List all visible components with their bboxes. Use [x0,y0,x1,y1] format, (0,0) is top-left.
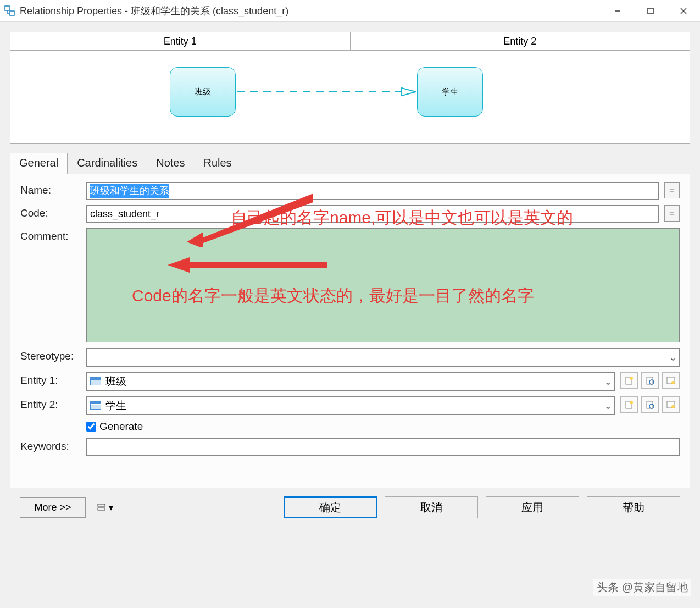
code-input[interactable] [86,205,659,223]
svg-point-15 [671,381,675,384]
entity1-properties-button[interactable] [662,372,680,389]
table-icon [90,377,102,386]
entity2-header[interactable]: Entity 2 [351,32,690,50]
stereotype-combo[interactable]: ⌄ [86,348,680,367]
entity2-label: Entity 2: [20,396,86,411]
svg-point-17 [630,401,633,404]
name-equals-button[interactable]: = [664,182,680,198]
entity2-browse-button[interactable] [641,396,659,413]
keywords-input[interactable] [86,438,680,456]
svg-point-21 [671,405,675,408]
entity1-browse-button[interactable] [641,372,659,389]
svg-rect-22 [98,504,105,506]
tab-panel-general: Name: 班级和学生的关系 = Code: = [10,174,690,488]
comment-label: Comment: [20,228,86,242]
dialog-footer: More >> ▾ 确定 取消 应用 帮助 [10,488,690,527]
keywords-label: Keywords: [20,438,86,452]
relationship-line [237,91,416,92]
entity1-header[interactable]: Entity 1 [10,32,351,50]
svg-marker-9 [402,88,416,96]
window-title: Relationship Properties - 班级和学生的关系 (clas… [20,4,601,18]
svg-rect-5 [648,8,653,14]
help-button[interactable]: 帮助 [587,496,680,518]
tab-row: General Cardinalities Notes Rules [10,153,690,174]
tab-rules[interactable]: Rules [194,153,241,174]
chevron-down-icon: ⌄ [666,352,679,363]
comment-textarea[interactable] [86,228,680,342]
svg-rect-23 [98,508,105,510]
svg-rect-0 [5,6,9,10]
chevron-down-icon: ⌄ [601,377,614,387]
entity2-properties-button[interactable] [662,396,680,413]
svg-rect-1 [10,11,14,15]
dialog-window: Relationship Properties - 班级和学生的关系 (clas… [0,0,700,608]
entity1-new-button[interactable] [620,372,638,389]
content-area: Entity 1 Entity 2 班级 学生 General Cardinal… [0,22,700,608]
generate-label: Generate [99,421,143,433]
app-icon [4,5,15,16]
tab-cardinalities[interactable]: Cardinalities [68,153,147,174]
watermark: 头条 @黄家自留地 [593,579,691,596]
ok-button[interactable]: 确定 [284,496,377,518]
entity-shape-left: 班级 [170,67,236,117]
chevron-down-icon: ▾ [109,502,113,513]
entity1-label: Entity 1: [20,372,86,386]
name-input[interactable]: 班级和学生的关系 [86,182,659,200]
relationship-diagram: 班级 学生 [10,51,690,144]
tabs: General Cardinalities Notes Rules Name: … [10,153,690,488]
tab-notes[interactable]: Notes [147,153,194,174]
entity2-combo[interactable]: 学生 ⌄ [86,396,615,415]
apply-button[interactable]: 应用 [486,496,579,518]
svg-point-11 [630,377,633,380]
view-mode-dropdown[interactable]: ▾ [93,498,116,517]
entity2-new-button[interactable] [620,396,638,413]
minimize-button[interactable] [601,0,634,21]
cancel-button[interactable]: 取消 [385,496,478,518]
maximize-button[interactable] [634,0,667,21]
stereotype-label: Stereotype: [20,348,86,362]
name-label: Name: [20,182,86,196]
code-label: Code: [20,205,86,219]
window-controls [601,0,700,21]
close-button[interactable] [667,0,700,21]
titlebar[interactable]: Relationship Properties - 班级和学生的关系 (clas… [0,0,700,22]
more-button[interactable]: More >> [20,497,86,518]
entity-shape-right: 学生 [417,67,483,117]
table-icon [90,401,102,411]
generate-checkbox[interactable] [86,422,96,432]
code-equals-button[interactable]: = [664,205,680,222]
entity-header-row: Entity 1 Entity 2 [10,32,690,51]
chevron-down-icon: ⌄ [601,401,614,411]
entity1-combo[interactable]: 班级 ⌄ [86,372,615,391]
tab-general[interactable]: General [10,153,68,174]
